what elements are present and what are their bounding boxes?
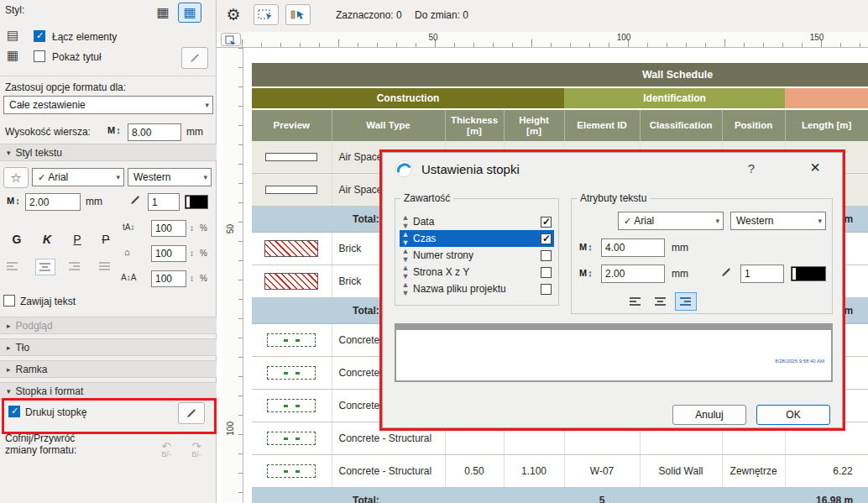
column-header: Element ID bbox=[564, 109, 640, 141]
edit-title-button[interactable] bbox=[181, 47, 208, 69]
align-right-button[interactable] bbox=[67, 260, 82, 275]
footer-item-time[interactable]: ▲▼ Czas bbox=[400, 230, 554, 247]
font-size-input[interactable] bbox=[25, 193, 81, 211]
section-text-style[interactable]: ▾Styl tekstu bbox=[0, 144, 217, 161]
favorites-button[interactable]: ☆ bbox=[3, 167, 29, 188]
dialog-height-input[interactable] bbox=[601, 238, 665, 257]
selection-tool-button[interactable] bbox=[254, 4, 279, 25]
ruler-ticks: 50 100 150 bbox=[242, 32, 868, 47]
table-cell bbox=[252, 455, 332, 488]
link-elements-checkbox[interactable] bbox=[34, 30, 45, 42]
gear-icon: ⚙ bbox=[226, 5, 240, 24]
chevron-down-icon: ▾ bbox=[7, 149, 11, 157]
format-scope-select[interactable]: Całe zestawienie bbox=[3, 96, 213, 114]
drag-handle-icon[interactable]: ▲▼ bbox=[400, 280, 411, 297]
caps-height-input[interactable] bbox=[151, 220, 186, 237]
drag-handle-icon[interactable]: ▲▼ bbox=[400, 230, 411, 247]
row-height-unit: mm bbox=[186, 126, 203, 138]
dialog-size-input[interactable] bbox=[601, 265, 665, 283]
strikethrough-button[interactable]: P bbox=[96, 230, 116, 249]
undo-redo-label-line1: Cofnij/Przywróć bbox=[5, 432, 75, 444]
section-footer-format[interactable]: ▾Stopka i format bbox=[0, 382, 217, 400]
bold-button[interactable]: G bbox=[7, 230, 27, 249]
item-checkbox[interactable] bbox=[541, 267, 552, 278]
column-header: Length [m] bbox=[785, 109, 868, 141]
footer-item-data[interactable]: ▲▼ Data bbox=[400, 213, 554, 230]
font-name-select[interactable]: ✓Arial bbox=[32, 168, 124, 186]
show-title-checkbox[interactable] bbox=[34, 50, 45, 62]
undo-format-button[interactable]: ↶B/- bbox=[153, 438, 180, 463]
row-height-input[interactable] bbox=[128, 123, 181, 141]
row-height-label: Wysokość wiersza: bbox=[5, 126, 91, 138]
width-factor-input[interactable] bbox=[151, 245, 186, 262]
font-script-select[interactable]: Western bbox=[128, 168, 212, 186]
ok-button[interactable]: OK bbox=[756, 405, 830, 425]
stepper-icon[interactable]: ↕ bbox=[190, 223, 194, 233]
align-justify-button[interactable] bbox=[97, 260, 112, 275]
item-checkbox[interactable] bbox=[541, 250, 552, 261]
wrap-text-checkbox[interactable] bbox=[3, 295, 15, 307]
help-button[interactable]: ? bbox=[745, 161, 757, 176]
pen-color-swatch[interactable] bbox=[185, 195, 208, 209]
apply-format-label: Zastosuj opcje formatu dla: bbox=[5, 81, 126, 93]
chevron-right-icon: ▸ bbox=[7, 343, 11, 352]
table-cell bbox=[252, 141, 332, 174]
style-label: Styl: bbox=[5, 4, 24, 16]
column-header: Position bbox=[722, 109, 785, 141]
table-cell bbox=[252, 422, 332, 455]
pencil-icon bbox=[186, 407, 197, 419]
ruler-options-button[interactable] bbox=[221, 33, 241, 46]
print-footer-checkbox[interactable] bbox=[8, 406, 20, 417]
item-checkbox[interactable] bbox=[541, 217, 552, 228]
marquee-icon bbox=[258, 8, 275, 21]
view-mode-list-button[interactable]: ▦ bbox=[151, 3, 175, 23]
drag-handle-icon[interactable]: ▲▼ bbox=[400, 264, 411, 280]
view-mode-table-button[interactable]: ▦ bbox=[178, 3, 201, 23]
selected-count-label: Zaznaczono: 0 bbox=[336, 9, 402, 21]
dialog-font-name-select[interactable]: ✓Arial bbox=[618, 212, 724, 230]
table-cell: Solid Wall bbox=[640, 455, 722, 488]
section-preview[interactable]: ▸Podgląd bbox=[0, 317, 217, 334]
item-checkbox[interactable] bbox=[541, 284, 552, 295]
footer-item-project-file[interactable]: ▲▼ Nazwa pliku projektu bbox=[400, 280, 554, 297]
italic-button[interactable]: K bbox=[37, 230, 57, 249]
table-cell bbox=[252, 265, 332, 298]
section-frame[interactable]: ▸Ramka bbox=[0, 360, 217, 378]
column-header: Preview bbox=[252, 109, 332, 141]
table-cell: 16.98 m bbox=[785, 488, 868, 503]
chevron-right-icon: ▸ bbox=[7, 365, 11, 374]
undo-redo-label-line2: zmiany formatu: bbox=[5, 444, 76, 456]
redo-format-button[interactable]: ↷B/- bbox=[183, 438, 210, 463]
footer-item-page-number[interactable]: ▲▼ Numer strony bbox=[400, 247, 554, 264]
stepper-icon[interactable]: ↕ bbox=[190, 274, 194, 283]
schedule-row[interactable]: Concrete - Structural0.501.100W-07Solid … bbox=[252, 455, 868, 488]
dialog-pen-input[interactable] bbox=[740, 265, 784, 283]
align-right-button[interactable] bbox=[675, 292, 697, 311]
close-button[interactable]: × bbox=[801, 156, 829, 178]
item-checkbox[interactable] bbox=[541, 233, 552, 244]
align-left-button[interactable] bbox=[5, 260, 20, 275]
spacing-input[interactable] bbox=[151, 270, 186, 287]
underline-button[interactable]: P bbox=[67, 230, 87, 249]
dialog-font-script-select[interactable]: Western bbox=[730, 212, 826, 230]
footer-settings-button[interactable] bbox=[178, 402, 205, 424]
section-background[interactable]: ▸Tło bbox=[0, 338, 217, 356]
align-center-button[interactable] bbox=[650, 292, 672, 311]
settings-button[interactable]: ⚙ bbox=[220, 3, 247, 26]
stepper-icon[interactable]: ↕ bbox=[190, 249, 194, 258]
cancel-button[interactable]: Anuluj bbox=[672, 405, 746, 425]
concrete-preview-glyph bbox=[267, 366, 316, 380]
align-left-button[interactable] bbox=[625, 292, 646, 311]
transfer-settings-button[interactable] bbox=[285, 4, 311, 25]
caps-height-icon: tA↕ bbox=[123, 223, 134, 232]
drag-handle-icon[interactable]: ▲▼ bbox=[400, 247, 411, 264]
align-center-button[interactable] bbox=[35, 259, 55, 275]
drag-handle-icon[interactable]: ▲▼ bbox=[400, 213, 411, 230]
column-header: Classification bbox=[640, 109, 722, 141]
dialog-pen-color-swatch[interactable] bbox=[791, 266, 826, 281]
pen-number-input[interactable] bbox=[148, 193, 180, 211]
total-row[interactable]: Total:516.98 m bbox=[252, 488, 868, 503]
footer-item-page-x-of-y[interactable]: ▲▼ Strona X z Y bbox=[400, 264, 554, 280]
table-cell: Total: bbox=[332, 488, 445, 503]
brick-preview-glyph bbox=[264, 240, 318, 257]
